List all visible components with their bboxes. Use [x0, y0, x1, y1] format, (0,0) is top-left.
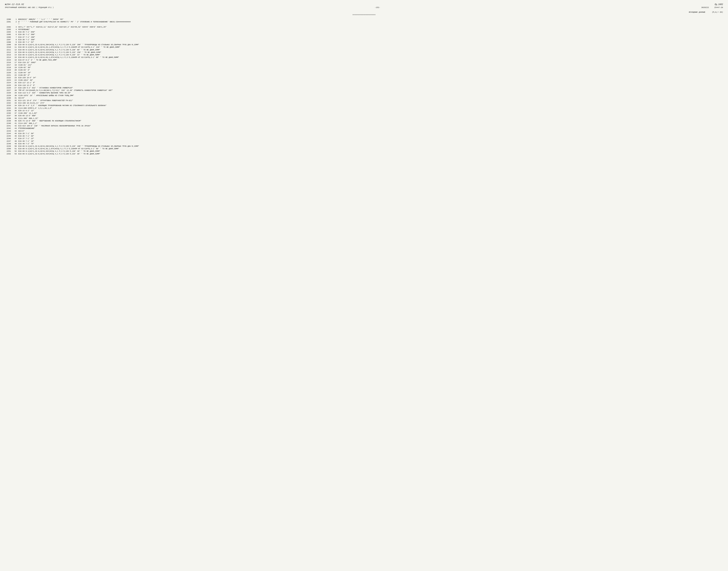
row-content: Е16-35 7-1' 650* [18, 31, 723, 33]
row-num1: 2228 [5, 92, 12, 94]
row-content: Е16-66 8-1(А2=1,32-0,82+0,20#)#ССЦ 4,1 Р… [18, 43, 723, 46]
row-content: Е16-66 8-1(А2=1,32-0,82+0,26,1,87#)#ССЦ … [18, 147, 723, 150]
header-top: №264-12-318.92 Лд.16б2 [5, 3, 723, 6]
row-num1: 2217 [5, 64, 12, 66]
row-num1: 2243 [5, 130, 12, 132]
row-content: С114-193' 600,1,1* [18, 122, 723, 125]
table-row: 224041С114-193' 600,1,1* [5, 122, 723, 125]
title-underline: ===================== [5, 14, 723, 16]
row-num2: 6 [12, 33, 18, 36]
table-row: 22034РОТОПЛЕНИЕ* [5, 28, 723, 31]
row-content: Е16-66 8-1(А2=1,32-0,82+0,42#)#ССЦ 4,1 Р… [18, 51, 723, 54]
row-num2: 40 [12, 120, 18, 122]
row-content: Е16-66 8-1(А2=1,32-0,82+0,32#)#ССЦ 4,1 Р… [18, 49, 723, 51]
table-row: 222829Е18-113 5-2' 325' ' КОНВЕКТОРЫ ВЫС… [5, 92, 723, 94]
sheet-number: Лд.16б2 [715, 3, 723, 6]
table-row: 224142Е15-614 164-8' 130' ' МАСЛЯНАЯ ОКР… [5, 125, 723, 127]
row-num1: 2212 [5, 51, 12, 54]
row-num1: 2215 [5, 59, 12, 62]
table-row: 222930С130-1876' 16' ' АРОСCЕЛЬНЫЕ ШАЙБЫ… [5, 94, 723, 97]
row-num1: 2221 [5, 74, 12, 77]
row-num1: 2246 [5, 137, 12, 140]
row-num2: 13 [12, 51, 18, 54]
row-content: Е16-67 8-2' 6' ' ТО ЖЕ ДИАМ,76Х2,8ММ* [18, 59, 723, 62]
row-num2: 11 [12, 46, 18, 48]
row-num1: 2208 [5, 41, 12, 43]
row-num1: 2230 [5, 97, 12, 99]
row-num1: 2206 [5, 36, 12, 38]
table-row: 221314Е16-66 8-1(А2=1,32-0,82+0,52#)#ССЦ… [5, 54, 723, 56]
row-content: ф3028222' Н8В1П1' ' ' 1,1' ' ' ' 50550' … [18, 18, 723, 21]
row-content: С130-91' 121* [18, 64, 723, 66]
table-row: 22023Н3=1,7' Н4=*1,7' Н10=22,11' Н12=17,… [5, 26, 723, 28]
info-right: 3028222 25447-20 [701, 7, 723, 8]
row-num2: 18 [12, 64, 18, 66]
row-num2 [12, 23, 18, 26]
row-num2: 34 [12, 104, 18, 107]
row-content: Е16-66 8-1(А2=1,32-0,82+0,66,1,87#)#ССЦ … [18, 56, 723, 59]
table-row: 223233Е13-168 18-21(А1,2)' 274* [5, 102, 723, 104]
row-num2: 23 [12, 77, 18, 79]
row-num2: 7 [12, 36, 18, 38]
table-row: 223435С114-686 КУПЛ=1,6' 2,5,1,03,1,6* [5, 107, 723, 110]
info-left: ПРОГРАММНЫЙ КОМПЛЕКС АВС-ЗЕС ( РЕДАКЦИЯ … [5, 7, 54, 8]
table-row: 225152Е16-66 8-1(А2=1,32-0,82+0,32#)#ССЦ… [5, 150, 723, 152]
row-num2: 52 [12, 150, 18, 152]
row-num1: 2205 [5, 33, 12, 36]
title-main: ИСХОДНЫЕ ДАННЫЕ [689, 11, 705, 13]
row-content: С130-350' 13,1,03* [18, 112, 723, 115]
table-row: 223839С111-368' 600,1,15* [5, 117, 723, 120]
table-row: 224243РТЕПЛОСНАБЖЕНИЕ* [5, 127, 723, 130]
row-content: Е16-66 8-1(А2=1,32-0,82+0,20#)#ССЦ 4,1 Р… [18, 145, 723, 147]
table-row: 221011Е16-66 8-1(А2=1,32-0,82+0,26,1,87#… [5, 46, 723, 48]
table-row: 221415Е16-66 8-1(А2=1,32-0,82+0,66,1,87#… [5, 56, 723, 59]
table-row: 222728ТПР-НТ 24=15#АОП,54 П,9-08(Н9=1,7)… [5, 89, 723, 92]
row-num1: 2222 [5, 77, 12, 79]
row-content: С130-1876' 16' ' АРОСCЕЛЬНЫЕ ШАЙБЫ ИЗ СТ… [18, 94, 723, 97]
row-content: Е13-168 18-21(А1,2)' 274* [18, 102, 723, 104]
row-num1: 2202 [5, 26, 12, 28]
row-num2: 50 [12, 145, 18, 147]
row-num1: 2234 [5, 107, 12, 110]
row-num2: 44 [12, 130, 18, 132]
row-num1: 2209 [5, 43, 12, 46]
row-num1: 2232 [5, 102, 12, 104]
row-content: Е16-40 7-2' 70* [18, 142, 723, 145]
table-row: 220910Е16-66 8-1(А2=1,32-0,82+0,20#)#ССЦ… [5, 43, 723, 46]
row-num2: 49 [12, 142, 18, 145]
row-num2: 41 [12, 122, 18, 125]
row-num1: 2211 [5, 49, 12, 51]
row-num2: 9 [12, 41, 18, 43]
row-num2: 10 [12, 43, 18, 46]
table-row: 22078Е16-38 7-1' 350* [5, 38, 723, 41]
row-content: Е26-73 13-9' 600' ' ОБЕРТЫВАНИЕ ПО ИЗОЛЯ… [18, 120, 723, 122]
row-num1: 2201 [5, 21, 12, 23]
table-row: 221617Е16-219 22' 2603* [5, 62, 723, 64]
info-center: -152- [54, 7, 701, 8]
row-num2: 25 [12, 82, 18, 84]
table-row: 224344Н21=2* [5, 130, 723, 132]
row-num1: 2220 [5, 72, 12, 74]
row-num2: 17 [12, 62, 18, 64]
doc-number: №264-12-318.92 [5, 3, 24, 6]
row-content: Е26-69 13-5' 600* [18, 115, 723, 117]
row-num1: 2227 [5, 89, 12, 92]
row-num1: 2236 [5, 112, 12, 115]
params-line: ИСХОДНЫЕ ДАННЫЕ (П,Н,= 26) [5, 11, 723, 13]
row-num2: 3 [12, 26, 18, 28]
table-row: 22056Е16-36 7-1' 500* [5, 33, 723, 36]
row-content: С130-1014' 48* [18, 79, 723, 82]
row-content: Е16-118 12-2' 5* [18, 84, 723, 87]
row-num2: 22 [12, 74, 18, 77]
row-num2: 53 [12, 153, 18, 155]
row-content: ю' ' ' ' ' РАЙОННЫЙ ДОМ КУЛЬТУРЫ(ЗАЛ НА … [18, 21, 723, 23]
row-content: Е18-229 15-5' 24* [18, 77, 723, 79]
header-info: ПРОГРАММНЫЙ КОМПЛЕКС АВС-ЗЕС ( РЕДАКЦИЯ … [5, 7, 723, 8]
row-num2: 35 [12, 107, 18, 110]
table-row: 221920С130-93' 6* [5, 69, 723, 71]
table-row: 221213Е16-66 8-1(А2=1,32-0,82+0,42#)#ССЦ… [5, 51, 723, 54]
row-content: Н21=0* [18, 97, 723, 99]
row-num2: 47 [12, 137, 18, 140]
row-num2: 26 [12, 84, 18, 87]
row-num1: 2223 [5, 79, 12, 82]
